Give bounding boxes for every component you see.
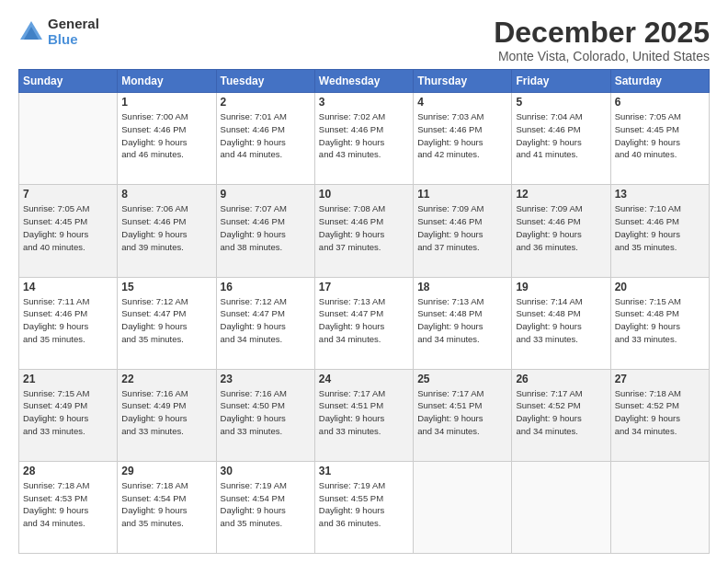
table-row: 13Sunrise: 7:10 AM Sunset: 4:46 PM Dayli… <box>610 185 709 277</box>
table-row <box>414 461 512 553</box>
table-row <box>19 93 118 185</box>
col-tuesday: Tuesday <box>216 70 314 93</box>
day-number: 18 <box>417 281 507 293</box>
cell-info: Sunrise: 7:09 AM Sunset: 4:46 PM Dayligh… <box>516 202 606 253</box>
cell-info: Sunrise: 7:03 AM Sunset: 4:46 PM Dayligh… <box>417 110 507 161</box>
col-wednesday: Wednesday <box>314 70 413 93</box>
cell-info: Sunrise: 7:14 AM Sunset: 4:48 PM Dayligh… <box>516 295 606 346</box>
day-number: 31 <box>319 465 409 477</box>
table-row: 25Sunrise: 7:17 AM Sunset: 4:51 PM Dayli… <box>414 369 512 461</box>
logo-text: General Blue <box>48 17 99 47</box>
cell-info: Sunrise: 7:18 AM Sunset: 4:52 PM Dayligh… <box>615 387 705 438</box>
day-number: 15 <box>121 281 211 293</box>
col-saturday: Saturday <box>610 70 709 93</box>
day-number: 20 <box>615 281 705 293</box>
table-row: 12Sunrise: 7:09 AM Sunset: 4:46 PM Dayli… <box>512 185 610 277</box>
table-row: 16Sunrise: 7:12 AM Sunset: 4:47 PM Dayli… <box>216 277 314 369</box>
table-row <box>512 461 610 553</box>
cell-info: Sunrise: 7:11 AM Sunset: 4:46 PM Dayligh… <box>23 295 113 346</box>
logo-icon <box>18 19 44 45</box>
cell-info: Sunrise: 7:02 AM Sunset: 4:46 PM Dayligh… <box>319 110 409 161</box>
day-number: 22 <box>121 373 211 385</box>
day-number: 16 <box>221 281 311 293</box>
cell-info: Sunrise: 7:18 AM Sunset: 4:54 PM Dayligh… <box>121 479 211 530</box>
cell-info: Sunrise: 7:10 AM Sunset: 4:46 PM Dayligh… <box>615 202 705 253</box>
table-row: 9Sunrise: 7:07 AM Sunset: 4:46 PM Daylig… <box>216 185 314 277</box>
day-number: 29 <box>121 465 211 477</box>
table-row: 19Sunrise: 7:14 AM Sunset: 4:48 PM Dayli… <box>512 277 610 369</box>
month-title: December 2025 <box>494 17 710 49</box>
cell-info: Sunrise: 7:15 AM Sunset: 4:48 PM Dayligh… <box>615 295 705 346</box>
day-number: 23 <box>221 373 311 385</box>
table-row: 4Sunrise: 7:03 AM Sunset: 4:46 PM Daylig… <box>414 93 512 185</box>
table-row: 20Sunrise: 7:15 AM Sunset: 4:48 PM Dayli… <box>610 277 709 369</box>
day-number: 28 <box>23 465 113 477</box>
calendar-header-row: Sunday Monday Tuesday Wednesday Thursday… <box>19 70 710 93</box>
cell-info: Sunrise: 7:16 AM Sunset: 4:49 PM Dayligh… <box>121 387 211 438</box>
calendar-week-row: 7Sunrise: 7:05 AM Sunset: 4:45 PM Daylig… <box>19 185 710 277</box>
cell-info: Sunrise: 7:12 AM Sunset: 4:47 PM Dayligh… <box>221 295 311 346</box>
table-row: 23Sunrise: 7:16 AM Sunset: 4:50 PM Dayli… <box>216 369 314 461</box>
table-row: 11Sunrise: 7:09 AM Sunset: 4:46 PM Dayli… <box>414 185 512 277</box>
table-row: 30Sunrise: 7:19 AM Sunset: 4:54 PM Dayli… <box>216 461 314 553</box>
day-number: 9 <box>221 188 311 201</box>
day-number: 14 <box>23 281 113 293</box>
table-row: 24Sunrise: 7:17 AM Sunset: 4:51 PM Dayli… <box>314 369 413 461</box>
col-sunday: Sunday <box>19 70 118 93</box>
table-row: 26Sunrise: 7:17 AM Sunset: 4:52 PM Dayli… <box>512 369 610 461</box>
table-row: 27Sunrise: 7:18 AM Sunset: 4:52 PM Dayli… <box>610 369 709 461</box>
table-row: 22Sunrise: 7:16 AM Sunset: 4:49 PM Dayli… <box>118 369 216 461</box>
calendar-table: Sunday Monday Tuesday Wednesday Thursday… <box>18 69 710 554</box>
calendar-week-row: 1Sunrise: 7:00 AM Sunset: 4:46 PM Daylig… <box>19 93 710 185</box>
day-number: 25 <box>417 373 507 385</box>
day-number: 1 <box>121 96 211 109</box>
table-row: 17Sunrise: 7:13 AM Sunset: 4:47 PM Dayli… <box>314 277 413 369</box>
table-row: 15Sunrise: 7:12 AM Sunset: 4:47 PM Dayli… <box>118 277 216 369</box>
cell-info: Sunrise: 7:08 AM Sunset: 4:46 PM Dayligh… <box>319 202 409 253</box>
calendar-week-row: 14Sunrise: 7:11 AM Sunset: 4:46 PM Dayli… <box>19 277 710 369</box>
calendar-week-row: 28Sunrise: 7:18 AM Sunset: 4:53 PM Dayli… <box>19 461 710 553</box>
table-row: 6Sunrise: 7:05 AM Sunset: 4:45 PM Daylig… <box>610 93 709 185</box>
table-row: 7Sunrise: 7:05 AM Sunset: 4:45 PM Daylig… <box>19 185 118 277</box>
day-number: 8 <box>121 188 211 201</box>
table-row: 29Sunrise: 7:18 AM Sunset: 4:54 PM Dayli… <box>118 461 216 553</box>
page: General Blue December 2025 Monte Vista, … <box>0 0 728 563</box>
calendar-week-row: 21Sunrise: 7:15 AM Sunset: 4:49 PM Dayli… <box>19 369 710 461</box>
cell-info: Sunrise: 7:04 AM Sunset: 4:46 PM Dayligh… <box>516 110 606 161</box>
day-number: 30 <box>221 465 311 477</box>
day-number: 7 <box>23 188 113 201</box>
cell-info: Sunrise: 7:09 AM Sunset: 4:46 PM Dayligh… <box>417 202 507 253</box>
day-number: 26 <box>516 373 606 385</box>
day-number: 11 <box>417 188 507 201</box>
cell-info: Sunrise: 7:17 AM Sunset: 4:52 PM Dayligh… <box>516 387 606 438</box>
title-block: December 2025 Monte Vista, Colorado, Uni… <box>494 17 710 63</box>
cell-info: Sunrise: 7:16 AM Sunset: 4:50 PM Dayligh… <box>221 387 311 438</box>
cell-info: Sunrise: 7:13 AM Sunset: 4:47 PM Dayligh… <box>319 295 409 346</box>
logo-general: General <box>48 17 99 32</box>
table-row: 18Sunrise: 7:13 AM Sunset: 4:48 PM Dayli… <box>414 277 512 369</box>
day-number: 21 <box>23 373 113 385</box>
header: General Blue December 2025 Monte Vista, … <box>18 17 710 63</box>
cell-info: Sunrise: 7:12 AM Sunset: 4:47 PM Dayligh… <box>121 295 211 346</box>
table-row: 2Sunrise: 7:01 AM Sunset: 4:46 PM Daylig… <box>216 93 314 185</box>
table-row: 28Sunrise: 7:18 AM Sunset: 4:53 PM Dayli… <box>19 461 118 553</box>
day-number: 27 <box>615 373 705 385</box>
cell-info: Sunrise: 7:07 AM Sunset: 4:46 PM Dayligh… <box>221 202 311 253</box>
table-row: 14Sunrise: 7:11 AM Sunset: 4:46 PM Dayli… <box>19 277 118 369</box>
location: Monte Vista, Colorado, United States <box>494 49 710 63</box>
cell-info: Sunrise: 7:00 AM Sunset: 4:46 PM Dayligh… <box>121 110 211 161</box>
cell-info: Sunrise: 7:17 AM Sunset: 4:51 PM Dayligh… <box>319 387 409 438</box>
table-row: 8Sunrise: 7:06 AM Sunset: 4:46 PM Daylig… <box>118 185 216 277</box>
logo: General Blue <box>18 17 99 47</box>
day-number: 12 <box>516 188 606 201</box>
day-number: 19 <box>516 281 606 293</box>
day-number: 3 <box>319 96 409 109</box>
cell-info: Sunrise: 7:13 AM Sunset: 4:48 PM Dayligh… <box>417 295 507 346</box>
table-row: 3Sunrise: 7:02 AM Sunset: 4:46 PM Daylig… <box>314 93 413 185</box>
day-number: 10 <box>319 188 409 201</box>
logo-blue: Blue <box>48 32 99 48</box>
table-row: 31Sunrise: 7:19 AM Sunset: 4:55 PM Dayli… <box>314 461 413 553</box>
table-row: 1Sunrise: 7:00 AM Sunset: 4:46 PM Daylig… <box>118 93 216 185</box>
cell-info: Sunrise: 7:05 AM Sunset: 4:45 PM Dayligh… <box>23 202 113 253</box>
day-number: 6 <box>615 96 705 109</box>
